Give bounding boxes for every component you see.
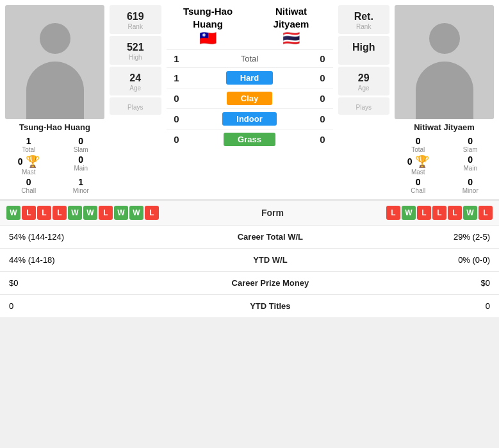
form-badge-l: L (386, 206, 400, 220)
hard-badge-container: Hard (187, 71, 313, 85)
left-total-stat: 1 Total (5, 136, 53, 153)
right-total-label: Total (395, 146, 442, 153)
form-badge-w: W (83, 206, 97, 220)
right-total-value: 0 (395, 136, 442, 146)
right-age-box: 29 Age (338, 67, 390, 95)
right-slam-stat: 0 Slam (447, 136, 495, 153)
left-slam-stat: 0 Slam (58, 136, 105, 153)
right-slam-label: Slam (447, 146, 495, 153)
indoor-score-row: 0 Indoor 0 (167, 108, 333, 129)
left-mast-label: Mast (5, 169, 53, 176)
total-score-label: Total (187, 54, 313, 63)
ytd-wl-left: 44% (14-18) (0, 249, 163, 272)
left-player-avatar-col: Tsung-Hao Huang 1 Total 0 Slam 0 🏆 Mast (5, 5, 104, 194)
clay-score-right: 0 (313, 93, 333, 104)
right-stats-boxes: Ret. Rank High 29 Age Plays (338, 5, 390, 115)
right-high-value: High (341, 42, 388, 53)
form-badge-w: W (6, 206, 20, 220)
right-cpn: Nitiwat Jityaem (250, 5, 333, 30)
right-mast-stat: 0 🏆 Mast (395, 154, 442, 176)
grass-score-row: 0 Grass 0 (167, 129, 333, 149)
right-flag: 🇹🇭 (250, 30, 333, 47)
form-badge-w: W (402, 206, 416, 220)
form-badge-w: W (68, 206, 82, 220)
main-container: Tsung-Hao Huang 1 Total 0 Slam 0 🏆 Mast (0, 0, 499, 317)
form-inner: WLLLWWLWWL Form LWLLLWL (6, 206, 493, 220)
left-mast-stat: 0 🏆 Mast (5, 154, 53, 176)
left-mast-value: 0 🏆 (5, 154, 53, 169)
form-badge-l: L (145, 206, 159, 220)
form-badge-l: L (448, 206, 462, 220)
left-age-box: 24 Age (110, 67, 161, 95)
right-trophy-icon: 🏆 (415, 154, 429, 169)
right-minor-label: Minor (447, 187, 495, 194)
scores-block: 1 Total 0 1 Hard 0 0 (167, 49, 333, 149)
right-chall-label: Chall (395, 187, 442, 194)
right-minor-stat: 0 Minor (447, 177, 495, 194)
form-badge-w: W (114, 206, 128, 220)
career-prize-row: $0 Career Prize Money $0 (0, 272, 499, 295)
right-mast-value: 0 🏆 (395, 154, 442, 169)
form-badge-w: W (463, 206, 477, 220)
right-minor-value: 0 (447, 177, 495, 187)
left-chall-label: Chall (5, 187, 53, 194)
form-badge-l: L (417, 206, 431, 220)
right-avatar-body-shape (416, 62, 473, 119)
center-player-names: Tsung-Hao Huang 🇹🇼 Nitiwat Jityaem 🇹🇭 (167, 5, 333, 47)
grass-score-right: 0 (313, 134, 333, 145)
left-rank-box: 619 Rank (110, 5, 161, 34)
left-rank-label: Rank (112, 23, 159, 30)
left-plays-box: Plays (110, 97, 161, 115)
grass-badge: Grass (224, 133, 275, 146)
stats-table: 54% (144-124) Career Total W/L 29% (2-5)… (0, 225, 499, 317)
form-badge-l: L (37, 206, 51, 220)
hard-badge: Hard (226, 71, 274, 85)
left-player-avatar (5, 5, 104, 119)
left-stats-boxes: 619 Rank 521 High 24 Age Plays (110, 5, 161, 115)
career-total-left: 54% (144-124) (0, 226, 163, 249)
indoor-score-right: 0 (313, 113, 333, 124)
form-badge-l: L (432, 206, 446, 220)
form-badge-l: L (22, 206, 36, 220)
left-minor-label: Minor (58, 187, 105, 194)
left-player-name-center: Tsung-Hao Huang 🇹🇼 (167, 5, 250, 47)
left-plays-label: Plays (112, 104, 159, 111)
form-badge-l: L (99, 206, 113, 220)
right-rank-value: Ret. (341, 11, 388, 22)
ytd-titles-left: 0 (0, 295, 163, 318)
grass-score-left: 0 (167, 134, 187, 145)
left-minor-value: 1 (58, 177, 105, 187)
career-prize-right: $0 (377, 272, 499, 295)
total-score-row: 1 Total 0 (167, 49, 333, 67)
right-plays-box: Plays (338, 97, 390, 115)
right-high-label (341, 54, 388, 61)
hard-score-right: 0 (313, 72, 333, 83)
form-badge-w: W (129, 206, 143, 220)
avatar-head-shape (40, 23, 70, 54)
clay-score-row: 0 Clay 0 (167, 88, 333, 108)
left-total-label: Total (5, 146, 53, 153)
left-main-stat: 0 Main (58, 154, 105, 176)
form-badge-l: L (479, 206, 493, 220)
right-main-stat: 0 Main (447, 154, 495, 176)
career-prize-left: $0 (0, 272, 163, 295)
right-rank-label: Rank (341, 23, 388, 30)
left-age-value: 24 (112, 72, 159, 84)
ytd-wl-label: YTD W/L (163, 249, 377, 272)
hard-score-left: 1 (167, 72, 187, 83)
left-rank-value: 619 (112, 11, 159, 22)
form-badge-l: L (53, 206, 67, 220)
form-label: Form (261, 208, 284, 218)
indoor-badge-container: Indoor (187, 112, 313, 126)
ytd-titles-right: 0 (377, 295, 499, 318)
left-trophy-icon: 🏆 (26, 154, 40, 169)
right-main-label: Main (447, 165, 495, 172)
right-plays-label: Plays (341, 104, 388, 111)
right-age-label: Age (341, 85, 388, 92)
left-main-label: Main (58, 165, 105, 172)
right-player-avatar (395, 5, 494, 119)
ytd-titles-label: YTD Titles (163, 295, 377, 318)
left-high-box: 521 High (110, 36, 161, 65)
right-player-name: Nitiwat Jityaem (414, 122, 475, 132)
clay-score-left: 0 (167, 93, 187, 104)
